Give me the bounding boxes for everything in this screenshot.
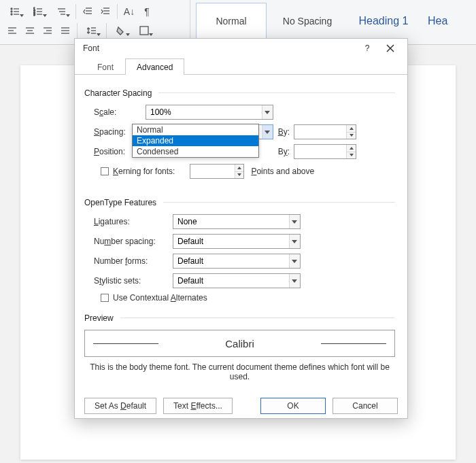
spacing-option[interactable]: Expanded: [133, 135, 258, 146]
preview-font-name: Calibri: [225, 338, 254, 349]
number-spacing-input[interactable]: [173, 235, 289, 248]
borders-button[interactable]: [133, 23, 155, 38]
align-left-button[interactable]: [4, 23, 20, 38]
preview-heading: Preview: [84, 313, 114, 323]
dialog-tabs: Font Advanced: [75, 58, 407, 75]
contextual-alternates-checkbox[interactable]: [101, 294, 109, 302]
chevron-down-icon: [292, 220, 297, 224]
chevron-down-icon: [292, 240, 297, 243]
style-heading-1[interactable]: Heading 1: [348, 3, 419, 39]
number-forms-input[interactable]: [173, 254, 289, 268]
kerning-label: Kerning for fonts:: [113, 167, 175, 176]
spacing-by-input[interactable]: [294, 125, 346, 139]
line-spacing-button[interactable]: [81, 23, 103, 38]
number-forms-dropdown-button[interactable]: [289, 254, 300, 268]
spacing-option[interactable]: Condensed: [133, 146, 258, 157]
scale-input[interactable]: [146, 105, 262, 119]
scale-combo[interactable]: [146, 105, 273, 120]
spacing-by-down[interactable]: [347, 133, 356, 139]
position-by-input[interactable]: [294, 145, 346, 158]
tab-font-label: Font: [97, 63, 114, 72]
spacing-by-label: By:: [277, 127, 290, 137]
style-no-spacing[interactable]: No Spacing: [272, 3, 343, 39]
number-forms-combo[interactable]: [173, 254, 301, 269]
position-by-down[interactable]: [347, 152, 356, 159]
stylistic-sets-dropdown-button[interactable]: [289, 274, 300, 288]
sort-button[interactable]: A↓: [121, 4, 137, 19]
kerning-units-label: Points and above: [251, 167, 314, 176]
set-as-default-label: Set As Default: [95, 401, 146, 411]
preview-line-right: [321, 343, 386, 344]
help-button[interactable]: ?: [356, 39, 379, 58]
ok-label: OK: [287, 401, 299, 411]
ligatures-input[interactable]: [173, 215, 289, 228]
help-icon: ?: [365, 44, 370, 53]
dialog-body: Character Spacing Scale: Spacing: By:: [75, 75, 407, 394]
spacing-option[interactable]: Normal: [133, 124, 258, 135]
number-spacing-dropdown-button[interactable]: [289, 235, 300, 248]
spacing-by-spinner[interactable]: [294, 124, 356, 139]
preview-caption: This is the body theme font. The current…: [84, 362, 395, 381]
set-as-default-button[interactable]: Set As Default: [84, 398, 156, 414]
chevron-down-icon: [265, 111, 270, 114]
show-marks-button[interactable]: ¶: [139, 4, 155, 19]
dialog-title: Font: [83, 44, 99, 53]
text-effects-label: Text Effects...: [173, 401, 222, 411]
chevron-down-icon: [292, 279, 297, 283]
scale-label: Scale:: [94, 107, 141, 117]
tab-advanced[interactable]: Advanced: [125, 58, 184, 75]
spacing-by-up[interactable]: [347, 125, 356, 133]
svg-rect-36: [140, 27, 148, 35]
multilevel-list-button[interactable]: [50, 4, 72, 19]
text-effects-button[interactable]: Text Effects...: [163, 398, 233, 414]
ok-button[interactable]: OK: [260, 398, 326, 414]
close-button[interactable]: [379, 39, 402, 58]
font-dialog: Font ? Font Advanced Character Spacing S…: [74, 38, 408, 419]
chevron-down-icon: [350, 154, 354, 156]
kerning-points-down[interactable]: [235, 172, 243, 179]
numbering-button[interactable]: 123: [27, 4, 49, 19]
chevron-down-icon: [265, 131, 270, 134]
ligatures-combo[interactable]: [173, 214, 301, 229]
tab-font[interactable]: Font: [86, 58, 125, 75]
spacing-dropdown-button[interactable]: [262, 125, 273, 139]
contextual-alternates-label: Use Contextual Alternates: [113, 293, 207, 303]
character-spacing-heading: Character Spacing: [84, 88, 152, 98]
number-spacing-combo[interactable]: [173, 234, 301, 249]
spacing-dropdown-list[interactable]: NormalExpandedCondensed: [132, 124, 259, 158]
align-right-button[interactable]: [39, 23, 56, 38]
chevron-up-icon: [350, 147, 354, 150]
svg-text:3: 3: [33, 12, 35, 16]
cancel-button[interactable]: Cancel: [333, 398, 398, 414]
justify-button[interactable]: [57, 23, 73, 38]
position-by-spinner[interactable]: [294, 144, 356, 159]
kerning-points-up[interactable]: [235, 165, 243, 172]
increase-indent-button[interactable]: [97, 4, 114, 19]
ligatures-dropdown-button[interactable]: [289, 215, 300, 228]
chevron-up-icon: [237, 167, 241, 169]
stylistic-sets-input[interactable]: [173, 274, 289, 288]
number-spacing-label: Number spacing:: [94, 237, 169, 246]
ligatures-label: Ligatures:: [94, 217, 169, 226]
svg-point-2: [11, 11, 12, 12]
bullets-button[interactable]: [4, 4, 26, 19]
cancel-label: Cancel: [352, 401, 377, 411]
position-by-up[interactable]: [347, 145, 356, 152]
preview-box: Calibri: [84, 330, 395, 357]
style-normal[interactable]: Normal: [196, 3, 267, 39]
styles-gallery: Normal No Spacing Heading 1 Hea: [190, 0, 476, 42]
kerning-points-spinner[interactable]: [190, 164, 244, 179]
stylistic-sets-label: Stylistic sets:: [94, 276, 169, 286]
chevron-up-icon: [350, 127, 354, 130]
kerning-points-input[interactable]: [190, 165, 235, 178]
shading-button[interactable]: [110, 23, 132, 38]
dialog-title-bar[interactable]: Font ?: [75, 39, 407, 58]
kerning-checkbox[interactable]: [101, 167, 109, 175]
stylistic-sets-combo[interactable]: [173, 273, 301, 288]
decrease-indent-button[interactable]: [80, 4, 96, 19]
style-heading-2[interactable]: Hea: [424, 3, 458, 39]
svg-point-0: [11, 8, 12, 10]
align-center-button[interactable]: [22, 23, 38, 38]
scale-dropdown-button[interactable]: [262, 105, 273, 119]
svg-point-4: [11, 14, 12, 15]
